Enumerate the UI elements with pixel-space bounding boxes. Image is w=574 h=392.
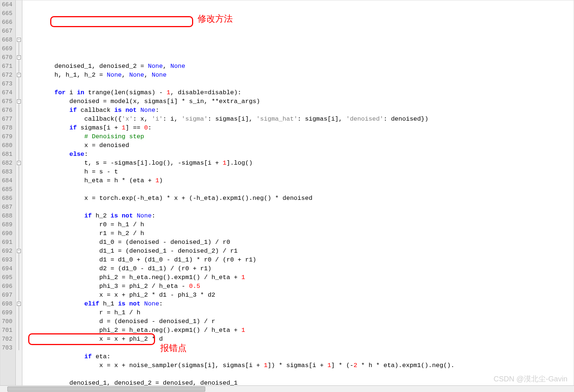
line-number: 697 xyxy=(2,291,12,300)
line-number: 664 xyxy=(2,0,12,9)
code-line[interactable]: callback({'x': x, 'i': i, 'sigma': sigma… xyxy=(25,115,574,124)
code-line[interactable]: r1 = h_2 / h xyxy=(25,229,574,238)
line-number: 668 xyxy=(2,36,12,44)
code-line[interactable]: r = h_1 / h xyxy=(25,308,574,317)
line-number-gutter: 6646656666676686696706716726736746756766… xyxy=(0,0,16,392)
line-number: 702 xyxy=(2,335,12,344)
line-number: 688 xyxy=(2,212,12,220)
fold-toggle[interactable]: − xyxy=(17,55,21,59)
code-line[interactable]: x = x + phi_2 * d1 - phi_3 * d2 xyxy=(25,291,574,300)
code-line[interactable]: else: xyxy=(25,150,574,159)
code-line[interactable]: d1 = d1_0 + (d1_0 - d1_1) * r0 / (r0 + r… xyxy=(25,256,574,264)
line-number: 672 xyxy=(2,71,12,80)
code-line[interactable]: x = x + noise_sampler(sigmas[i], sigmas[… xyxy=(25,361,574,370)
code-line[interactable]: h_eta = h * (eta + 1) xyxy=(25,176,574,185)
code-line[interactable] xyxy=(25,53,574,62)
line-number: 700 xyxy=(2,317,12,326)
line-number: 679 xyxy=(2,132,12,141)
code-line[interactable]: x = torch.exp(-h_eta) * x + (-h_eta).exp… xyxy=(25,194,574,203)
code-line[interactable]: denoised_1, denoised_2 = None, None xyxy=(25,62,574,71)
code-line[interactable]: phi_3 = phi_2 / h_eta - 0.5 xyxy=(25,282,574,291)
line-number: 680 xyxy=(2,141,12,150)
horizontal-scrollbar[interactable] xyxy=(0,385,574,392)
fold-column[interactable]: −−−−−−− xyxy=(16,0,22,392)
line-number: 699 xyxy=(2,308,12,317)
code-line[interactable]: h = s - t xyxy=(25,168,574,176)
fold-toggle[interactable]: − xyxy=(17,302,21,306)
code-line[interactable]: for i in trange(len(sigmas) - 1, disable… xyxy=(25,88,574,97)
line-number: 703 xyxy=(2,344,12,352)
line-number: 673 xyxy=(2,80,12,88)
code-line[interactable]: phi_2 = h_eta.neg().expm1() / h_eta + 1 xyxy=(25,273,574,282)
line-number: 687 xyxy=(2,203,12,212)
fold-toggle[interactable]: − xyxy=(17,161,21,165)
code-line[interactable]: elif h_1 is not None: xyxy=(25,300,574,308)
line-number: 684 xyxy=(2,176,12,185)
line-number: 676 xyxy=(2,106,12,115)
code-line[interactable]: if eta: xyxy=(25,352,574,361)
fix-annotation: 修改方法 xyxy=(198,14,233,23)
watermark: CSDN @漠北尘-Gavin xyxy=(494,374,567,384)
code-line[interactable]: d1_1 = (denoised_1 - denoised_2) / r1 xyxy=(25,247,574,256)
code-line[interactable]: x = x + phi_2 * d xyxy=(25,335,574,344)
line-number: 693 xyxy=(2,256,12,264)
line-number: 692 xyxy=(2,247,12,256)
line-number: 678 xyxy=(2,124,12,132)
code-line[interactable]: denoised = model(x, sigmas[i] * s_in, **… xyxy=(25,97,574,106)
line-number: 701 xyxy=(2,326,12,335)
code-line[interactable] xyxy=(25,370,574,379)
fix-highlight-box xyxy=(50,16,193,27)
line-number: 670 xyxy=(2,53,12,62)
scrollbar-thumb[interactable] xyxy=(7,386,205,392)
code-line[interactable]: h, h_1, h_2 = None, None, None xyxy=(25,71,574,80)
line-number: 690 xyxy=(2,229,12,238)
fold-toggle[interactable]: − xyxy=(17,99,21,103)
line-number: 671 xyxy=(2,62,12,71)
code-line[interactable]: t, s = -sigmas[i].log(), -sigmas[i + 1].… xyxy=(25,159,574,168)
code-line[interactable]: # Denoising step xyxy=(25,132,574,141)
code-line[interactable]: d1_0 = (denoised - denoised_1) / r0 xyxy=(25,238,574,247)
line-number: 681 xyxy=(2,150,12,159)
line-number: 694 xyxy=(2,264,12,273)
line-number: 696 xyxy=(2,282,12,291)
code-line[interactable]: if sigmas[i + 1] == 0: xyxy=(25,124,574,132)
line-number: 665 xyxy=(2,9,12,18)
line-number: 695 xyxy=(2,273,12,282)
fold-toggle[interactable]: − xyxy=(17,38,21,42)
line-number: 677 xyxy=(2,115,12,124)
code-area[interactable]: 修改方法 报错点 denoised_1, denoised_2 = None, … xyxy=(22,0,574,392)
line-number: 667 xyxy=(2,27,12,36)
line-number: 682 xyxy=(2,159,12,168)
line-number: 686 xyxy=(2,194,12,203)
code-line[interactable]: d2 = (d1_0 - d1_1) / (r0 + r1) xyxy=(25,264,574,273)
fold-toggle[interactable]: − xyxy=(17,249,21,253)
line-number: 691 xyxy=(2,238,12,247)
error-annotation: 报错点 xyxy=(160,344,187,352)
code-line[interactable]: d = (denoised - denoised_1) / r xyxy=(25,317,574,326)
line-number: 674 xyxy=(2,88,12,97)
line-number: 675 xyxy=(2,97,12,106)
code-editor[interactable]: 6646656666676686696706716726736746756766… xyxy=(0,0,574,392)
code-line[interactable] xyxy=(25,203,574,212)
code-line[interactable]: x = denoised xyxy=(25,141,574,150)
code-line[interactable]: if callback is not None: xyxy=(25,106,574,115)
fold-toggle[interactable]: − xyxy=(17,73,21,77)
code-line[interactable] xyxy=(25,185,574,194)
code-line[interactable] xyxy=(25,344,574,352)
code-line[interactable]: r0 = h_1 / h xyxy=(25,220,574,229)
line-number: 666 xyxy=(2,18,12,27)
line-number: 689 xyxy=(2,220,12,229)
code-line[interactable]: phi_2 = h_eta.neg().expm1() / h_eta + 1 xyxy=(25,326,574,335)
code-line[interactable]: if h_2 is not None: xyxy=(25,212,574,220)
line-number: 698 xyxy=(2,300,12,308)
line-number: 685 xyxy=(2,185,12,194)
line-number: 669 xyxy=(2,44,12,53)
code-line[interactable] xyxy=(25,80,574,88)
line-number: 683 xyxy=(2,168,12,176)
